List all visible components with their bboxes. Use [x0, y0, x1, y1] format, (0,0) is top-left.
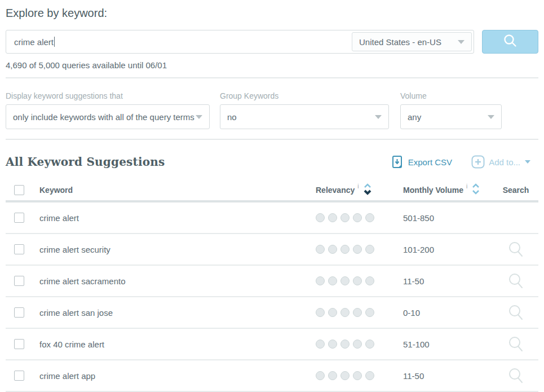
relevancy-dot [316, 213, 325, 222]
locale-select[interactable]: United States - en-US [352, 32, 472, 51]
relevancy-dots [316, 340, 378, 349]
volume-cell: 501-850 [403, 213, 434, 223]
relevancy-dots [316, 213, 378, 222]
filter-group-volume: Volume any [400, 91, 502, 129]
volume-cell: 11-50 [403, 276, 424, 286]
chevron-down-icon [488, 115, 494, 119]
suggestions-header: All Keyword Suggestions Export CSV Add t… [6, 155, 538, 169]
divider [6, 77, 538, 78]
relevancy-dot [365, 371, 374, 380]
relevancy-dot [328, 276, 337, 285]
search-keyword-icon[interactable] [508, 241, 524, 258]
relevancy-dot [340, 245, 350, 254]
export-csv-icon [392, 155, 403, 169]
query-quota-text: 4,690 of 5,000 queries available until 0… [6, 60, 538, 70]
chevron-down-icon [458, 40, 465, 44]
volume-cell: 0-10 [403, 308, 420, 318]
volume-cell: 11-50 [403, 371, 424, 381]
filter-group-suggestions: Display keyword suggestions that only in… [6, 91, 210, 129]
table-row: crime alert sacramento 11-50 [6, 266, 538, 297]
relevancy-dot [328, 213, 337, 222]
suggestion-type-select[interactable]: only include keywords with all of the qu… [6, 104, 210, 129]
search-keyword-icon[interactable] [508, 304, 524, 321]
search-keyword-icon[interactable] [508, 272, 524, 289]
relevancy-dot [353, 308, 362, 317]
column-header-volume[interactable]: Monthly Volume [403, 186, 463, 195]
text-cursor [54, 37, 55, 47]
add-to-button[interactable]: Add to... [471, 155, 530, 169]
relevancy-dot [316, 276, 325, 285]
relevancy-dots [316, 308, 378, 317]
table-row: crime alert san jose 0-10 [6, 297, 538, 329]
row-checkbox[interactable] [14, 339, 24, 349]
add-to-label: Add to... [489, 157, 520, 167]
group-keywords-select[interactable]: no [220, 104, 389, 129]
row-checkbox[interactable] [14, 213, 24, 223]
relevancy-dots [316, 276, 378, 285]
keyword-cell: crime alert security [39, 245, 110, 254]
search-icon [502, 33, 518, 51]
sort-volume-icon[interactable] [471, 183, 480, 197]
relevancy-dot [340, 276, 350, 285]
search-keyword-icon[interactable] [508, 367, 524, 384]
export-csv-label: Export CSV [408, 157, 452, 167]
relevancy-dot [353, 371, 362, 380]
search-keyword-icon[interactable] [508, 336, 524, 353]
volume-value: any [408, 112, 421, 122]
suggestion-type-value: only include keywords with all of the qu… [13, 112, 194, 122]
relevancy-dot [365, 308, 374, 317]
filter-label: Group Keywords [220, 91, 389, 100]
volume-select[interactable]: any [400, 104, 502, 129]
keyword-explorer-page: Explore by keyword: crime alert United S… [0, 6, 544, 392]
relevancy-dot [340, 371, 350, 380]
keyword-cell: crime alert [39, 213, 79, 223]
keyword-cell: crime alert san jose [39, 308, 113, 318]
sort-relevancy-icon[interactable] [363, 183, 372, 197]
export-csv-button[interactable]: Export CSV [392, 155, 452, 169]
relevancy-dot [328, 308, 337, 317]
chevron-down-icon [375, 115, 382, 119]
column-header-search: Search [503, 186, 529, 195]
volume-cell: 101-200 [403, 245, 434, 254]
relevancy-dot [365, 340, 374, 349]
table-row: crime alert 501-850 [6, 202, 538, 234]
plus-icon [471, 155, 485, 169]
chevron-down-icon [196, 115, 202, 119]
row-checkbox[interactable] [14, 371, 24, 381]
relevancy-dot [328, 340, 337, 349]
relevancy-dot [365, 213, 374, 222]
locale-select-value: United States - en-US [359, 37, 441, 47]
select-all-checkbox[interactable] [14, 185, 24, 195]
table-row: crime alert app 11-50 [6, 360, 538, 392]
column-header-relevancy[interactable]: Relevancy [316, 186, 355, 195]
filters-row: Display keyword suggestions that only in… [6, 91, 538, 129]
divider [6, 139, 538, 140]
relevancy-dot [353, 340, 362, 349]
relevancy-dot [340, 308, 350, 317]
relevancy-dot [340, 213, 350, 222]
row-checkbox[interactable] [14, 276, 24, 286]
info-icon[interactable]: i [357, 183, 359, 191]
row-checkbox[interactable] [14, 244, 24, 254]
relevancy-dots [316, 245, 378, 254]
row-checkbox[interactable] [14, 307, 24, 318]
relevancy-dot [365, 245, 374, 254]
filter-label: Volume [400, 91, 502, 100]
relevancy-dot [316, 245, 325, 254]
group-keywords-value: no [227, 112, 237, 122]
search-button[interactable] [482, 30, 538, 54]
volume-cell: 51-100 [403, 340, 430, 349]
table-row: crime alert security 101-200 [6, 234, 538, 266]
relevancy-dot [316, 371, 325, 380]
search-query-text: crime alert [14, 37, 54, 47]
relevancy-dot [316, 340, 325, 349]
table-row: fox 40 crime alert 51-100 [6, 329, 538, 360]
column-header-keyword: Keyword [39, 186, 73, 195]
keyword-cell: crime alert sacramento [39, 276, 126, 286]
relevancy-dot [365, 276, 374, 285]
relevancy-dot [353, 213, 362, 222]
suggestions-title: All Keyword Suggestions [6, 155, 165, 169]
info-icon[interactable]: i [466, 183, 467, 191]
table-body: crime alert 501-850 crime alert security… [6, 202, 538, 392]
relevancy-dot [353, 276, 362, 285]
